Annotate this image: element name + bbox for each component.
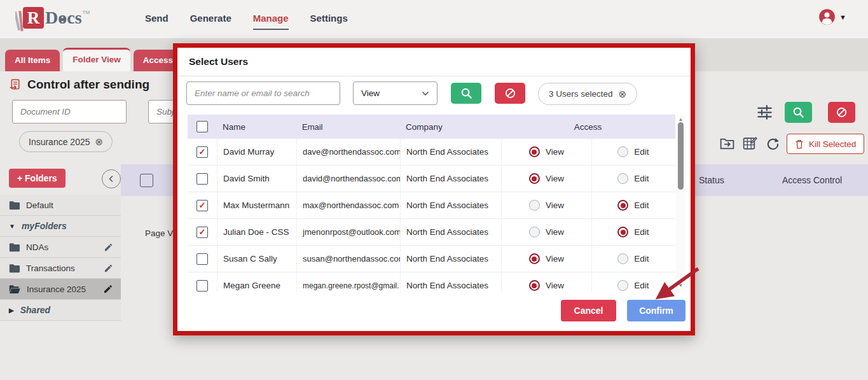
edit-radio[interactable] [617,146,628,157]
user-access-edit[interactable]: Edit [591,165,675,192]
user-access-view[interactable]: View [501,139,591,165]
search-icon [460,87,472,99]
edit-radio-label: Edit [634,227,649,237]
edit-pencil-icon[interactable] [104,243,113,252]
user-checkbox[interactable]: ✓ [196,200,208,211]
user-access-edit[interactable]: Edit [591,139,675,165]
user-row: ✓Max Mustermannmax@northendassoc.comNort… [188,192,675,219]
user-access-view[interactable]: View [501,165,591,192]
edit-radio[interactable] [617,200,628,211]
user-access-edit[interactable]: Edit [591,192,675,218]
user-row: David Smithdavid@northendassoc.comNorth … [188,165,675,192]
folder-icon [9,201,20,210]
scroll-down-icon[interactable]: ▼ [676,283,685,288]
refresh-icon[interactable] [766,137,780,151]
user-row: Susan C Sallysusan@northendassoc.comNort… [188,246,675,272]
view-radio[interactable] [529,227,540,237]
select-all-users-checkbox[interactable] [196,121,208,132]
user-access-view[interactable]: View [501,246,591,272]
nav-send[interactable]: Send [145,13,169,30]
chevron-left-icon [108,175,114,183]
page-title: Control after sending [9,78,149,92]
user-checkbox[interactable] [196,280,208,292]
view-radio-label: View [546,227,564,237]
edit-pencil-icon[interactable] [104,264,113,273]
modal-clear-button[interactable] [495,83,525,104]
nav-generate[interactable]: Generate [190,13,231,30]
rdocs-logo[interactable]: R Docs TM [15,7,90,33]
move-to-folder-icon[interactable] [719,136,735,151]
export-table-icon[interactable] [742,136,758,151]
tab-folder-view[interactable]: Folder View [63,48,130,71]
select-all-checkbox[interactable] [140,174,153,187]
user-name: Megan Greene [217,272,296,292]
view-radio[interactable] [529,280,540,291]
sidebar-item-default[interactable]: Default [0,195,121,216]
view-radio[interactable] [529,200,540,211]
view-radio[interactable] [529,173,540,184]
user-company: North End Associates [400,192,501,218]
user-row: ✓Julian Doe - CSSjmenonrpost@outlook.com… [188,219,675,246]
sidebar-item-transactions[interactable]: Transactions [0,258,121,279]
sidebar-item-ndas[interactable]: NDAs [0,237,121,258]
sidebar-group-myfolders[interactable]: ▼ myFolders [0,216,121,237]
sidebar-item-insurance-2025[interactable]: Insurance 2025 [0,279,121,300]
add-folders-button[interactable]: + Folders [9,169,65,188]
table-scrollbar[interactable]: ▲ ▼ [676,115,685,292]
search-button[interactable] [785,102,812,123]
user-access-view[interactable]: View [501,192,591,218]
user-access-view[interactable]: View [501,272,591,292]
user-checkbox[interactable] [196,253,208,265]
scrollbar-thumb[interactable] [678,122,684,190]
user-access-edit[interactable]: Edit [591,219,675,245]
user-access-view[interactable]: View [501,219,591,245]
chip-close-icon[interactable]: ⊗ [95,136,104,148]
user-email: david@northendassoc.com [296,165,400,192]
edit-radio[interactable] [617,280,628,291]
document-id-input[interactable] [12,100,127,123]
access-filter-select[interactable]: View [353,81,437,105]
user-checkbox[interactable]: ✓ [196,146,208,158]
edit-radio[interactable] [617,173,628,184]
scroll-up-icon[interactable]: ▲ [676,116,685,122]
edit-radio-label: Edit [634,254,649,264]
user-checkbox[interactable] [196,173,208,185]
modal-search-button[interactable] [451,83,481,104]
status-column-header: Status [699,175,724,185]
chip-close-icon[interactable]: ⊗ [619,88,627,100]
users-table: Name Email Company Access ✓David Murrayd… [188,115,675,292]
group-label: Shared [20,305,50,315]
cancel-button[interactable]: Cancel [561,300,616,321]
users-table-header: Name Email Company Access [188,115,675,139]
filter-sliders-icon[interactable] [756,104,773,121]
nav-settings[interactable]: Settings [310,13,348,30]
edit-radio[interactable] [617,227,628,237]
view-radio[interactable] [529,253,540,264]
view-radio-label: View [546,174,564,183]
user-checkbox[interactable]: ✓ [196,227,208,238]
user-access-edit[interactable]: Edit [591,246,675,272]
view-radio[interactable] [529,146,540,157]
collapse-sidebar-button[interactable] [102,169,121,188]
user-name: Julian Doe - CSS [217,219,296,245]
kill-selected-label: Kill Selected [809,139,856,149]
user-access-edit[interactable]: Edit [591,272,675,292]
document-send-icon [9,78,22,92]
ban-icon [504,87,516,99]
sidebar-group-shared[interactable]: ▶ Shared [0,300,121,321]
account-menu[interactable]: ▼ [818,8,846,25]
nav-manage[interactable]: Manage [253,13,289,30]
edit-pencil-icon[interactable] [103,284,113,294]
clear-filters-button[interactable] [828,102,855,123]
user-company: North End Associates [400,272,501,292]
users-selected-chip[interactable]: 3 Users selected ⊗ [538,83,637,105]
folder-filter-chip[interactable]: Insurance 2025 ⊗ [19,131,113,152]
kill-selected-button[interactable]: Kill Selected [787,134,864,154]
tab-all-items[interactable]: All Items [5,50,60,71]
folder-label: NDAs [26,243,48,252]
confirm-button[interactable]: Confirm [627,300,685,321]
edit-radio[interactable] [617,253,628,264]
chevron-down-icon [422,91,429,96]
user-search-input[interactable] [186,81,340,105]
search-icon [792,106,804,118]
